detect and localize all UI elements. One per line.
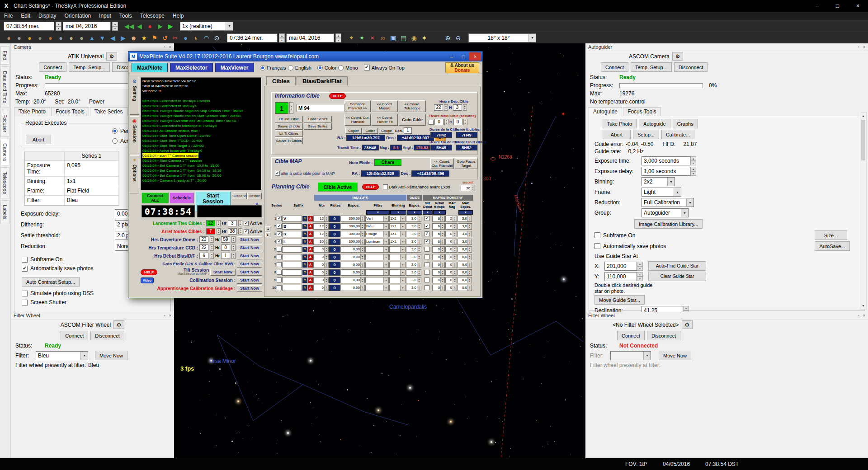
guiding-calibration-start-now-button[interactable]: Start Now bbox=[237, 285, 262, 292]
fov-select[interactable]: 18° x 18°▼ bbox=[468, 33, 536, 42]
filter-wheel-connect-button[interactable]: Connect bbox=[617, 331, 645, 340]
chart-date-spinner[interactable]: ▲▼ bbox=[335, 33, 341, 42]
map-fait-checkbox[interactable] bbox=[425, 285, 429, 290]
gear-icon[interactable]: ⚙ bbox=[672, 52, 683, 61]
dark-delay-field[interactable]: 30 bbox=[461, 185, 475, 191]
chevron-down-icon[interactable]: ▼ bbox=[383, 277, 388, 283]
arrow-down-icon[interactable]: ▼ bbox=[97, 33, 108, 43]
arrow-right-icon[interactable]: ▶ bbox=[118, 33, 128, 43]
ag-take-photo-button[interactable]: Take Photo bbox=[603, 119, 637, 128]
row-clear-icon[interactable]: A bbox=[308, 224, 313, 229]
map-exposure-field[interactable]: 3,0 bbox=[458, 231, 472, 237]
spinner-icon[interactable] bbox=[360, 270, 364, 275]
filter-select[interactable]: ▼ bbox=[365, 254, 389, 260]
heure-maxi-hour-field[interactable]: 0 bbox=[434, 119, 443, 125]
spinner-icon[interactable] bbox=[238, 220, 242, 226]
dock-float-icon[interactable]: ▫ bbox=[164, 45, 165, 49]
arrow-up-icon[interactable]: ▲ bbox=[87, 33, 97, 43]
filter-select[interactable]: ▼ bbox=[365, 269, 389, 276]
tab-maxviewer[interactable]: MaxViewer bbox=[215, 63, 254, 72]
refait-field[interactable]: 6 bbox=[432, 231, 445, 237]
spinner-icon[interactable] bbox=[231, 244, 236, 251]
launch-hour-field[interactable]: 22 bbox=[206, 220, 215, 226]
nbr-field[interactable]: 12 bbox=[313, 223, 329, 230]
move-now-button[interactable]: Move Now bbox=[659, 351, 691, 360]
menu-help[interactable]: Help bbox=[169, 12, 188, 20]
autoguider-dock-titlebar[interactable]: Autoguider ▫ × bbox=[585, 43, 868, 51]
target-icon[interactable]: ⌖ bbox=[346, 33, 357, 43]
refait-field[interactable]: 0 bbox=[432, 285, 445, 291]
map-fait-checkbox[interactable] bbox=[425, 216, 429, 221]
chevron-down-icon[interactable]: ▼ bbox=[400, 216, 405, 221]
spinner-icon[interactable] bbox=[360, 254, 364, 260]
move-now-button[interactable]: Move Now bbox=[95, 351, 127, 360]
map-mag-field[interactable]: 0 bbox=[445, 277, 457, 283]
guide-exposure-field[interactable]: 3,0 bbox=[406, 269, 421, 276]
tilt-maxselector-start-now-button[interactable]: Start Now bbox=[210, 269, 236, 276]
launch-active-checkbox[interactable] bbox=[244, 221, 249, 226]
step-forward-icon[interactable]: ▶ bbox=[155, 21, 165, 32]
row-clear-icon[interactable]: A bbox=[308, 247, 313, 252]
camera-temp-setup-button[interactable]: Temp. Setup... bbox=[69, 62, 110, 72]
row-copy-icon[interactable]: Y bbox=[302, 262, 307, 268]
spinner-icon[interactable] bbox=[324, 247, 328, 252]
coller-button[interactable]: Coller bbox=[363, 128, 378, 134]
map-exposure-field[interactable]: 0,0 bbox=[458, 285, 472, 291]
chevron-down-icon[interactable]: ▼ bbox=[226, 22, 233, 30]
map-mag-field[interactable]: 0 bbox=[445, 223, 457, 230]
spinner-icon[interactable] bbox=[417, 277, 421, 283]
collimation-start-now-button[interactable]: Start Now bbox=[237, 277, 262, 284]
scissors-icon[interactable]: ✂ bbox=[170, 33, 180, 43]
map-mag-field[interactable]: 0 bbox=[445, 285, 457, 291]
chart-time-field[interactable]: 07:36:24 mer. bbox=[227, 33, 278, 42]
menu-edit[interactable]: Edit bbox=[17, 12, 34, 20]
nbr-field[interactable]: 0 bbox=[313, 277, 329, 283]
suffix-field[interactable]: R bbox=[282, 231, 302, 237]
row-enabled-checkbox[interactable] bbox=[277, 224, 282, 229]
chevron-down-icon[interactable]: ▼ bbox=[400, 231, 405, 237]
spinner-icon[interactable] bbox=[453, 254, 457, 260]
spinner-icon[interactable] bbox=[440, 247, 444, 252]
chart-date-field[interactable]: mai 04, 2016 bbox=[286, 33, 334, 42]
ag-graphs-button[interactable]: Graphs bbox=[673, 119, 698, 128]
bias-start-now-button[interactable]: Start Now bbox=[237, 253, 262, 259]
image-calibration-library-button[interactable]: Image Calibration Library... bbox=[634, 219, 703, 229]
row-copy-icon[interactable]: Y bbox=[302, 270, 307, 275]
video-icon[interactable]: Video bbox=[141, 277, 154, 283]
ccd-minute-field[interactable]: 0 bbox=[221, 244, 230, 251]
abort-button[interactable]: Abort bbox=[26, 135, 51, 144]
suspend-button[interactable]: Suspend bbox=[232, 193, 247, 199]
nbr-field[interactable]: 12 bbox=[313, 216, 329, 222]
save-series-button[interactable]: Save Series bbox=[304, 123, 332, 130]
spinner-icon[interactable] bbox=[467, 247, 472, 252]
filter-select[interactable]: Bleu▼ bbox=[365, 223, 389, 230]
spinner-icon[interactable] bbox=[360, 247, 364, 252]
rewind-icon[interactable]: ◀◀ bbox=[124, 21, 134, 32]
binning-select[interactable]: ▼ bbox=[389, 246, 406, 253]
map-ra-field[interactable]: 12h34m32.529 bbox=[361, 170, 400, 177]
column-dropdown-icon[interactable]: ▼ bbox=[366, 210, 390, 215]
title-bar[interactable]: X Chart Settings* - TheSkyX Professional… bbox=[0, 0, 868, 12]
spinner-icon[interactable] bbox=[467, 224, 472, 229]
exposure-time-cell[interactable]: 0,095 bbox=[65, 161, 119, 177]
spinner-icon[interactable] bbox=[238, 228, 242, 235]
filter-select[interactable]: ▼ bbox=[365, 246, 389, 253]
refait-field[interactable]: 6 bbox=[432, 239, 445, 245]
guide-exposure-field[interactable]: 3,0 bbox=[406, 254, 421, 260]
map-fait-checkbox[interactable] bbox=[425, 254, 429, 259]
screen-shutter-checkbox[interactable] bbox=[22, 300, 28, 306]
stop-minute-field[interactable]: 38 bbox=[228, 228, 237, 235]
chevron-down-icon[interactable]: ▼ bbox=[400, 270, 405, 275]
coord-fichier-fit-button[interactable]: << Coord. Fichier Fit bbox=[372, 114, 398, 126]
scroll-down-icon[interactable]: ▼ bbox=[860, 302, 866, 309]
tab-focus-tools[interactable]: Focus Tools bbox=[623, 107, 661, 116]
spinner-icon[interactable] bbox=[324, 270, 328, 275]
scroll-left-icon[interactable]: ◄ bbox=[265, 226, 270, 231]
spinner-icon[interactable] bbox=[467, 285, 472, 291]
spinner-icon[interactable] bbox=[467, 216, 472, 221]
side-tab-setting[interactable]: ⚙Setting bbox=[130, 77, 139, 115]
dome-hour-field[interactable]: 23 bbox=[199, 236, 208, 243]
dome-minute-field[interactable]: 59 bbox=[221, 236, 230, 243]
spinner-icon[interactable] bbox=[360, 239, 364, 244]
heure-dep-hour-field[interactable]: 22 bbox=[434, 104, 443, 111]
